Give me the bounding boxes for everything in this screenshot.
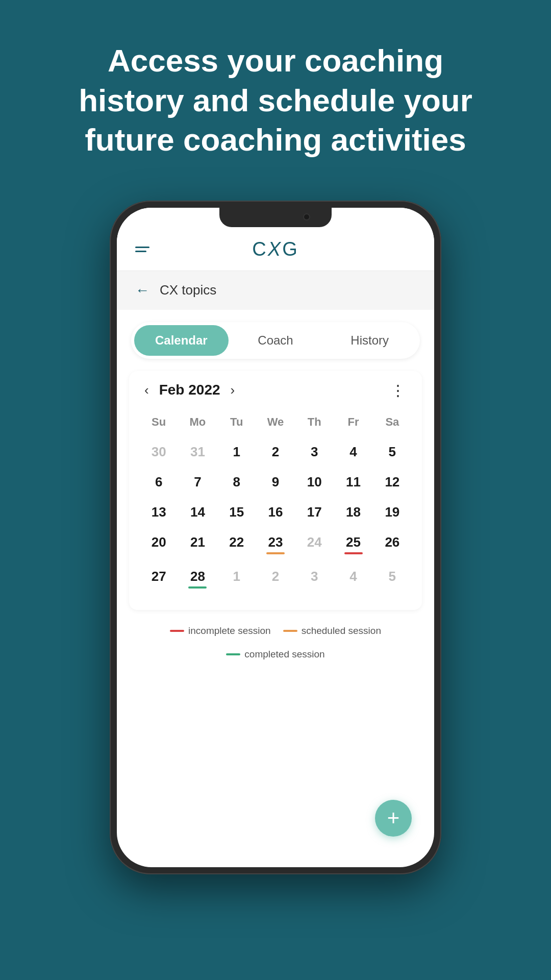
legend: incomplete session scheduled session com…: [129, 620, 422, 665]
day-10[interactable]: 10: [295, 467, 334, 497]
app-logo: CXG: [252, 238, 298, 260]
legend-incomplete: incomplete session: [170, 625, 271, 636]
day-26[interactable]: 26: [373, 527, 412, 561]
legend-completed: completed session: [226, 649, 324, 660]
legend-incomplete-label: incomplete session: [188, 625, 271, 636]
menu-button[interactable]: [135, 247, 149, 252]
day-3[interactable]: 3: [295, 437, 334, 467]
back-button[interactable]: ←: [135, 282, 149, 299]
day-30-jan[interactable]: 30: [139, 437, 178, 467]
col-header-mo: Mo: [178, 411, 217, 437]
col-header-sa: Sa: [373, 411, 412, 437]
day-12[interactable]: 12: [373, 467, 412, 497]
screen-content: CXG ← CX topics Calendar Coach History: [117, 208, 434, 867]
camera: [303, 213, 310, 220]
day-23[interactable]: 23: [256, 527, 295, 561]
col-header-su: Su: [139, 411, 178, 437]
legend-scheduled: scheduled session: [283, 625, 381, 636]
next-month-button[interactable]: ›: [231, 382, 235, 398]
day-24[interactable]: 24: [295, 527, 334, 561]
fab-add-button[interactable]: +: [375, 800, 412, 837]
day-27[interactable]: 27: [139, 561, 178, 596]
day-31-jan[interactable]: 31: [178, 437, 217, 467]
day-28-bar: [188, 586, 207, 589]
tab-coach[interactable]: Coach: [229, 325, 323, 356]
legend-bar-green: [226, 653, 240, 655]
day-19[interactable]: 19: [373, 497, 412, 527]
day-17[interactable]: 17: [295, 497, 334, 527]
notch: [219, 208, 332, 227]
day-23-bar: [266, 552, 285, 554]
day-16[interactable]: 16: [256, 497, 295, 527]
prev-month-button[interactable]: ‹: [144, 382, 149, 398]
day-4-mar[interactable]: 4: [334, 561, 372, 596]
bottom-space: [117, 665, 434, 867]
hero-section: Access your coaching history and schedul…: [0, 0, 551, 190]
legend-bar-red: [170, 630, 184, 632]
page-title: CX topics: [160, 282, 216, 298]
hero-text: Access your coaching history and schedul…: [0, 0, 551, 190]
day-7[interactable]: 7: [178, 467, 217, 497]
month-nav-left: ‹ Feb 2022 ›: [144, 382, 235, 398]
menu-line-2: [135, 251, 146, 252]
day-1-mar[interactable]: 1: [217, 561, 256, 596]
col-header-tu: Tu: [217, 411, 256, 437]
month-label: Feb 2022: [159, 382, 220, 398]
day-2[interactable]: 2: [256, 437, 295, 467]
more-options-button[interactable]: ⋮: [390, 381, 407, 399]
legend-bar-orange: [283, 630, 297, 632]
day-25[interactable]: 25: [334, 527, 372, 561]
calendar-section: ‹ Feb 2022 › ⋮ Su Mo Tu We Th: [129, 371, 422, 610]
day-2-mar[interactable]: 2: [256, 561, 295, 596]
day-8[interactable]: 8: [217, 467, 256, 497]
day-18[interactable]: 18: [334, 497, 372, 527]
day-9[interactable]: 9: [256, 467, 295, 497]
day-22[interactable]: 22: [217, 527, 256, 561]
day-1[interactable]: 1: [217, 437, 256, 467]
day-4[interactable]: 4: [334, 437, 372, 467]
day-5-mar[interactable]: 5: [373, 561, 412, 596]
day-13[interactable]: 13: [139, 497, 178, 527]
col-header-we: We: [256, 411, 295, 437]
day-3-mar[interactable]: 3: [295, 561, 334, 596]
tab-history[interactable]: History: [322, 325, 417, 356]
tab-bar: Calendar Coach History: [131, 322, 420, 359]
phone-screen: CXG ← CX topics Calendar Coach History: [117, 208, 434, 867]
logo-x: X: [268, 238, 282, 260]
menu-line-1: [135, 247, 149, 248]
calendar-grid: Su Mo Tu We Th Fr Sa 30 31 1 2 3 4: [139, 411, 412, 596]
sub-header: ← CX topics: [117, 271, 434, 310]
legend-completed-label: completed session: [244, 649, 324, 660]
day-25-bar: [344, 552, 363, 554]
month-nav: ‹ Feb 2022 › ⋮: [139, 381, 412, 399]
col-header-th: Th: [295, 411, 334, 437]
tab-calendar[interactable]: Calendar: [134, 325, 229, 356]
phone-wrapper: CXG ← CX topics Calendar Coach History: [0, 201, 551, 874]
day-14[interactable]: 14: [178, 497, 217, 527]
day-20[interactable]: 20: [139, 527, 178, 561]
day-6[interactable]: 6: [139, 467, 178, 497]
day-21[interactable]: 21: [178, 527, 217, 561]
col-header-fr: Fr: [334, 411, 372, 437]
day-15[interactable]: 15: [217, 497, 256, 527]
legend-scheduled-label: scheduled session: [302, 625, 381, 636]
day-5[interactable]: 5: [373, 437, 412, 467]
phone-outer: CXG ← CX topics Calendar Coach History: [110, 201, 441, 874]
day-28[interactable]: 28: [178, 561, 217, 596]
day-11[interactable]: 11: [334, 467, 372, 497]
